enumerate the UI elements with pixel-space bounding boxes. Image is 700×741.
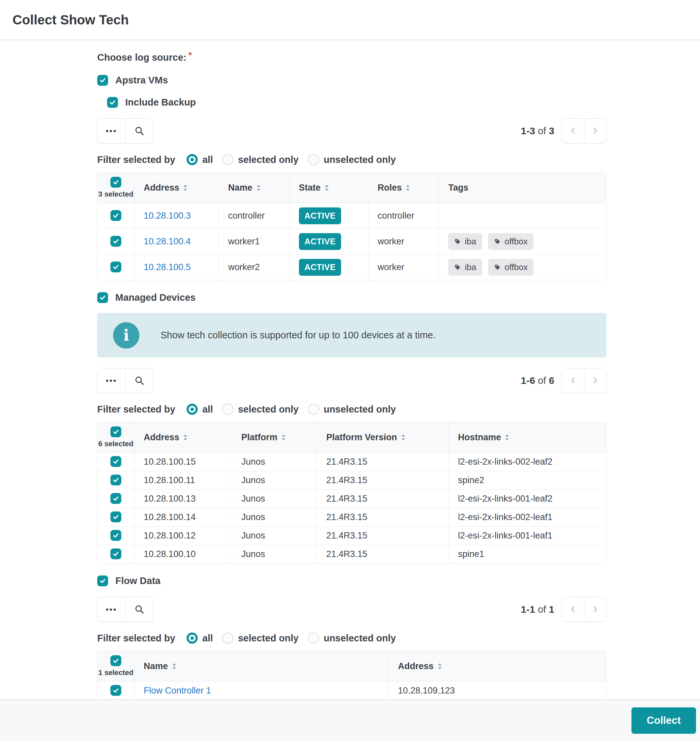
tags-cell: iba offbox	[439, 228, 606, 254]
row-checkbox[interactable]	[110, 530, 121, 541]
radio-unselected-only[interactable]	[308, 154, 319, 165]
row-checkbox[interactable]	[110, 685, 121, 696]
column-header-address[interactable]: Address	[134, 173, 219, 203]
radio-selected-only[interactable]	[222, 154, 233, 165]
filter-option-unselected-only[interactable]: unselected only	[308, 632, 396, 644]
check-icon	[112, 212, 120, 219]
column-header-name[interactable]: Name	[134, 651, 388, 681]
address-cell: 10.28.100.14	[134, 508, 232, 526]
address-cell: 10.28.100.13	[134, 489, 232, 508]
chevron-right-icon: ›	[593, 373, 597, 386]
select-all-checkbox[interactable]	[110, 655, 121, 666]
tags-cell	[439, 203, 606, 228]
filter-option-all[interactable]: all	[187, 404, 213, 415]
apstra-vms-checkbox[interactable]	[97, 75, 108, 86]
flow-data-checkbox[interactable]	[97, 576, 108, 586]
search-button[interactable]	[125, 119, 153, 143]
filter-option-unselected-only[interactable]: unselected only	[308, 154, 396, 165]
radio-selected-only[interactable]	[222, 404, 233, 415]
managed-devices-checkbox[interactable]	[97, 292, 108, 303]
column-header-address[interactable]: Address	[388, 651, 606, 681]
radio-unselected-only[interactable]	[308, 632, 319, 644]
status-badge: ACTIVE	[299, 259, 341, 276]
row-checkbox[interactable]	[110, 456, 121, 467]
search-button[interactable]	[125, 597, 153, 622]
tag-badge: iba	[448, 259, 482, 276]
select-all-checkbox[interactable]	[110, 426, 121, 437]
select-all-checkbox[interactable]	[110, 177, 121, 188]
filter-option-selected-only[interactable]: selected only	[222, 632, 299, 644]
check-icon	[112, 532, 120, 539]
state-cell: ACTIVE	[289, 203, 368, 228]
column-header-address[interactable]: Address	[134, 423, 232, 452]
select-all-header: 6 selected	[97, 423, 134, 452]
column-header-platform-version[interactable]: Platform Version	[317, 423, 449, 452]
platform-cell: Junos	[232, 545, 317, 563]
more-actions-button[interactable]: •••	[97, 119, 125, 143]
filter-option-all[interactable]: all	[187, 154, 213, 165]
hostname-cell: l2-esi-2x-links-001-leaf1	[449, 526, 606, 545]
row-checkbox[interactable]	[110, 511, 121, 522]
radio-all[interactable]	[187, 154, 198, 165]
previous-page-button[interactable]: ‹	[562, 368, 584, 393]
table-header-row: 6 selected Address Platform Platform Ver…	[97, 423, 606, 452]
radio-selected-only[interactable]	[222, 632, 233, 644]
managed-filter-row: Filter selected by all selected only uns…	[97, 404, 606, 415]
check-icon	[112, 458, 120, 465]
address-cell: 10.28.100.15	[134, 452, 232, 471]
table-row: 10.28.100.10 Junos 21.4R3.15 spine1	[97, 545, 606, 563]
more-actions-button[interactable]: •••	[97, 368, 125, 393]
next-page-button[interactable]: ›	[584, 597, 606, 622]
row-checkbox-cell	[97, 471, 134, 489]
search-icon	[134, 126, 144, 136]
address-link[interactable]: 10.28.100.3	[144, 211, 191, 221]
roles-cell: controller	[368, 203, 439, 228]
check-icon	[112, 476, 120, 484]
search-button[interactable]	[125, 368, 153, 393]
table-row: 10.28.100.13 Junos 21.4R3.15 l2-esi-2x-l…	[97, 489, 606, 508]
filter-option-unselected-only[interactable]: unselected only	[308, 404, 396, 415]
flow-controller-link[interactable]: Flow Controller 1	[144, 686, 211, 695]
radio-all[interactable]	[187, 404, 198, 415]
column-header-hostname[interactable]: Hostname	[449, 423, 606, 452]
pagination-buttons: ‹ ›	[562, 597, 606, 622]
sort-icon	[406, 184, 410, 191]
chevron-right-icon: ›	[593, 601, 597, 615]
more-icon: •••	[106, 377, 117, 384]
radio-all[interactable]	[187, 632, 198, 644]
column-header-roles[interactable]: Roles	[368, 173, 439, 203]
filter-option-all[interactable]: all	[187, 632, 213, 644]
address-link[interactable]: 10.28.100.4	[144, 236, 191, 246]
row-checkbox[interactable]	[110, 493, 121, 504]
row-checkbox[interactable]	[110, 548, 121, 559]
column-header-state[interactable]: State	[289, 173, 368, 203]
name-cell: Flow Controller 1	[134, 681, 388, 700]
filter-option-selected-only[interactable]: selected only	[222, 154, 299, 165]
row-checkbox[interactable]	[110, 236, 121, 247]
platform-cell: Junos	[232, 471, 317, 489]
radio-unselected-only[interactable]	[308, 404, 319, 415]
filter-option-selected-only[interactable]: selected only	[222, 404, 299, 415]
column-header-platform[interactable]: Platform	[232, 423, 317, 452]
row-checkbox[interactable]	[110, 262, 121, 273]
filter-label: Filter selected by	[97, 633, 175, 644]
address-link[interactable]: 10.28.100.5	[144, 262, 191, 272]
flow-data-label: Flow Data	[115, 576, 160, 586]
pagination-buttons: ‹ ›	[562, 118, 606, 143]
more-actions-button[interactable]: •••	[97, 597, 125, 622]
name-cell: worker1	[219, 228, 289, 254]
next-page-button[interactable]: ›	[584, 119, 606, 143]
include-backup-checkbox[interactable]	[107, 97, 118, 108]
next-page-button[interactable]: ›	[584, 368, 606, 393]
row-checkbox[interactable]	[110, 474, 121, 485]
previous-page-button[interactable]: ‹	[562, 597, 584, 622]
more-icon: •••	[106, 127, 117, 135]
check-icon	[99, 77, 106, 84]
pagination-buttons: ‹ ›	[562, 368, 606, 393]
column-header-name[interactable]: Name	[219, 173, 289, 203]
search-icon	[134, 376, 144, 386]
previous-page-button[interactable]: ‹	[562, 119, 584, 143]
filter-label: Filter selected by	[97, 404, 175, 415]
row-checkbox[interactable]	[110, 210, 121, 221]
collect-button[interactable]: Collect	[631, 707, 696, 734]
